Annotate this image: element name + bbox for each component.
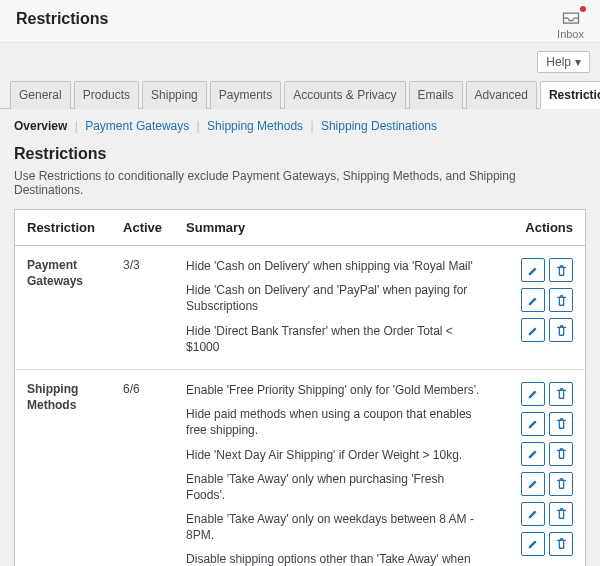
inbox-icon — [561, 8, 581, 28]
rule-text: Hide 'Cash on Delivery' when shipping vi… — [186, 258, 483, 274]
pencil-icon — [527, 477, 540, 490]
tab-payments[interactable]: Payments — [210, 81, 281, 109]
trash-icon — [555, 507, 568, 520]
pencil-icon — [527, 324, 540, 337]
pencil-icon — [527, 447, 540, 460]
pencil-icon — [527, 294, 540, 307]
edit-button[interactable] — [521, 258, 545, 282]
chevron-down-icon: ▾ — [575, 55, 581, 69]
trash-icon — [555, 537, 568, 550]
inbox-label: Inbox — [557, 28, 584, 40]
tab-restrictions[interactable]: Restrictions — [540, 81, 600, 109]
edit-button[interactable] — [521, 502, 545, 526]
separator: | — [75, 119, 78, 133]
action-group — [507, 318, 573, 342]
rule-text: Enable 'Take Away' only on weekdays betw… — [186, 511, 483, 543]
edit-button[interactable] — [521, 532, 545, 556]
edit-button[interactable] — [521, 472, 545, 496]
rule-text: Enable 'Take Away' only when purchasing … — [186, 471, 483, 503]
help-label: Help — [546, 55, 571, 69]
action-group — [507, 412, 573, 436]
trash-icon — [555, 387, 568, 400]
subnav-overview[interactable]: Overview — [14, 119, 67, 133]
trash-icon — [555, 324, 568, 337]
col-actions: Actions — [495, 210, 585, 246]
section-description: Use Restrictions to conditionally exclud… — [14, 169, 586, 197]
sub-nav: Overview | Payment Gateways | Shipping M… — [0, 109, 600, 141]
tab-bar: General Products Shipping Payments Accou… — [0, 81, 600, 109]
action-group — [507, 532, 573, 556]
delete-button[interactable] — [549, 502, 573, 526]
inbox-button[interactable]: Inbox — [553, 6, 588, 42]
summary-cell: Enable 'Free Priority Shipping' only for… — [174, 369, 495, 566]
active-count: 6/6 — [111, 369, 174, 566]
restriction-link-shipping-methods[interactable]: ShippingMethods — [15, 369, 111, 566]
edit-button[interactable] — [521, 442, 545, 466]
actions-cell — [495, 246, 585, 369]
action-group — [507, 288, 573, 312]
edit-button[interactable] — [521, 318, 545, 342]
rule-text: Disable shipping options other than 'Tak… — [186, 551, 483, 566]
delete-button[interactable] — [549, 258, 573, 282]
section-title: Restrictions — [14, 145, 586, 163]
pencil-icon — [527, 387, 540, 400]
separator: | — [310, 119, 313, 133]
edit-button[interactable] — [521, 412, 545, 436]
subnav-shipping-methods[interactable]: Shipping Methods — [207, 119, 303, 133]
tab-accounts[interactable]: Accounts & Privacy — [284, 81, 405, 109]
trash-icon — [555, 294, 568, 307]
trash-icon — [555, 477, 568, 490]
delete-button[interactable] — [549, 382, 573, 406]
col-active: Active — [111, 210, 174, 246]
action-group — [507, 258, 573, 282]
actions-cell — [495, 369, 585, 566]
rule-text: Hide 'Direct Bank Transfer' when the Ord… — [186, 323, 483, 355]
trash-icon — [555, 417, 568, 430]
table-row: PaymentGateways3/3Hide 'Cash on Delivery… — [15, 246, 585, 369]
action-group — [507, 502, 573, 526]
rule-text: Enable 'Free Priority Shipping' only for… — [186, 382, 483, 398]
action-group — [507, 382, 573, 406]
tab-emails[interactable]: Emails — [409, 81, 463, 109]
subnav-shipping-destinations[interactable]: Shipping Destinations — [321, 119, 437, 133]
delete-button[interactable] — [549, 472, 573, 496]
pencil-icon — [527, 264, 540, 277]
pencil-icon — [527, 507, 540, 520]
summary-cell: Hide 'Cash on Delivery' when shipping vi… — [174, 246, 495, 369]
col-restriction: Restriction — [15, 210, 111, 246]
delete-button[interactable] — [549, 532, 573, 556]
pencil-icon — [527, 417, 540, 430]
edit-button[interactable] — [521, 382, 545, 406]
edit-button[interactable] — [521, 288, 545, 312]
rule-text: Hide paid methods when using a coupon th… — [186, 406, 483, 438]
col-summary: Summary — [174, 210, 495, 246]
action-group — [507, 442, 573, 466]
table-row: ShippingMethods6/6Enable 'Free Priority … — [15, 369, 585, 566]
page-title: Restrictions — [16, 10, 108, 28]
delete-button[interactable] — [549, 412, 573, 436]
trash-icon — [555, 447, 568, 460]
pencil-icon — [527, 537, 540, 550]
tab-general[interactable]: General — [10, 81, 71, 109]
tab-products[interactable]: Products — [74, 81, 139, 109]
separator: | — [197, 119, 200, 133]
delete-button[interactable] — [549, 318, 573, 342]
restriction-link-payment-gateways[interactable]: PaymentGateways — [15, 246, 111, 369]
trash-icon — [555, 264, 568, 277]
help-button[interactable]: Help ▾ — [537, 51, 590, 73]
inbox-notification-dot — [580, 6, 586, 12]
active-count: 3/3 — [111, 246, 174, 369]
restrictions-table: Restriction Active Summary Actions Payme… — [14, 209, 586, 566]
action-group — [507, 472, 573, 496]
tab-advanced[interactable]: Advanced — [466, 81, 537, 109]
delete-button[interactable] — [549, 442, 573, 466]
rule-text: Hide 'Cash on Delivery' and 'PayPal' whe… — [186, 282, 483, 314]
tab-shipping[interactable]: Shipping — [142, 81, 207, 109]
subnav-payment-gateways[interactable]: Payment Gateways — [85, 119, 189, 133]
rule-text: Hide 'Next Day Air Shipping' if Order We… — [186, 447, 483, 463]
delete-button[interactable] — [549, 288, 573, 312]
